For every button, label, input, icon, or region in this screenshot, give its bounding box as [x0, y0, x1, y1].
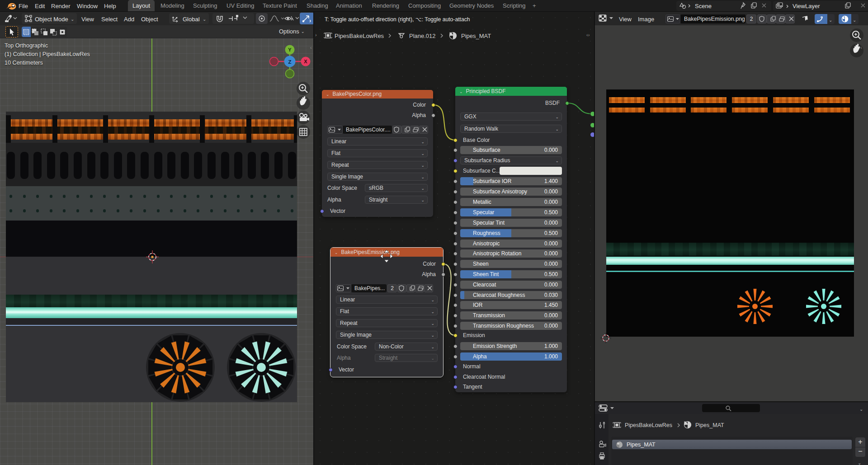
svg-text:Z: Z — [288, 59, 291, 65]
svg-text:X: X — [304, 59, 307, 64]
svg-text:Y: Y — [288, 47, 292, 52]
